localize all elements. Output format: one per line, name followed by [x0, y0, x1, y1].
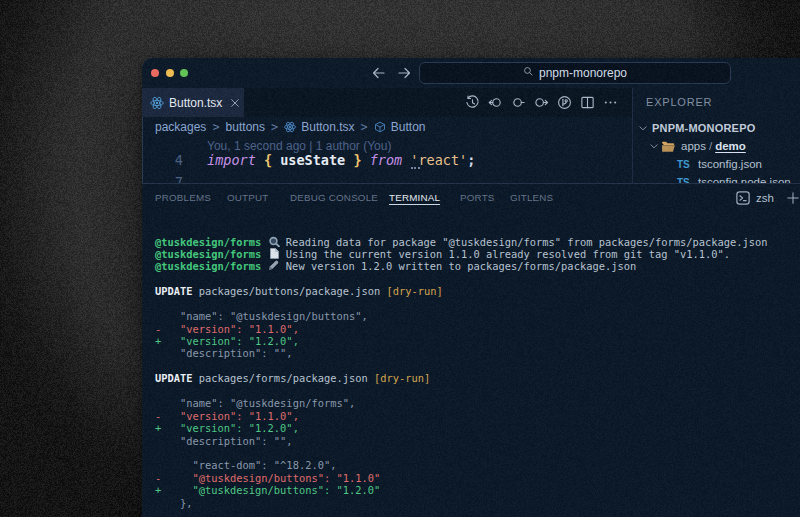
editor-column: Button.tsx packages>buttons>Button.tsx>B…: [142, 88, 632, 183]
panel-tab-terminal[interactable]: TERMINAL: [389, 192, 440, 203]
circle-arrow-right-icon[interactable]: [533, 95, 549, 111]
terminal-text: + "version": "1.2.0",: [155, 422, 299, 434]
terminal-line: - "version": "1.1.0",: [155, 410, 800, 422]
terminal-tab-zsh[interactable]: zsh: [736, 184, 800, 212]
breadcrumb-separator: >: [361, 120, 368, 134]
terminal-icon: [736, 191, 750, 205]
breadcrumb[interactable]: packages>buttons>Button.tsx>Button: [155, 117, 625, 137]
forward-arrow-icon[interactable]: [396, 65, 412, 81]
terminal-text: Reading data for package "@tuskdesign/fo…: [280, 236, 768, 248]
sidebar-item-root[interactable]: PNPM-MONOREPO: [633, 119, 800, 137]
circle-branch-icon[interactable]: [556, 95, 572, 111]
traffic-light-minimize[interactable]: [166, 69, 174, 77]
code-token: {: [264, 152, 272, 168]
react-icon: [150, 96, 164, 110]
traffic-light-close[interactable]: [151, 69, 159, 77]
terminal-text: @tuskdesign/forms: [155, 248, 268, 260]
code-token: [362, 152, 370, 168]
breadcrumb-item[interactable]: Button.tsx: [284, 120, 354, 134]
close-icon[interactable]: [229, 97, 241, 109]
panel-tab-output[interactable]: OUTPUT: [227, 192, 268, 203]
terminal-text: + "@tuskdesign/buttons": "1.2.0": [155, 484, 380, 496]
breadcrumb-separator: >: [212, 120, 219, 134]
bottom-panel: PROBLEMSOUTPUTDEBUG CONSOLETERMINALPORTS…: [142, 183, 800, 517]
code-editor[interactable]: You, 1 second ago | 1 author (You) 4 imp…: [142, 137, 632, 183]
terminal-text: packages/forms/package.json: [193, 372, 374, 384]
explorer-header: EXPLORER: [646, 96, 712, 108]
history-icon[interactable]: [464, 95, 480, 111]
back-arrow-icon[interactable]: [371, 65, 387, 81]
desktop-background: pnpm-monorepo Button.tsx packages>button…: [0, 0, 800, 517]
panel-tab-debug-console[interactable]: DEBUG CONSOLE: [290, 192, 378, 203]
sidebar-item-tsconfig[interactable]: TS tsconfig.json: [633, 155, 800, 173]
terminal-line: [155, 360, 800, 372]
terminal-line: UPDATE packages/forms/package.json [dry-…: [155, 372, 800, 384]
terminal-text: UPDATE: [155, 372, 193, 384]
breadcrumb-item[interactable]: packages: [155, 120, 206, 134]
terminal-line: + "version": "1.2.0",: [155, 422, 800, 434]
code-line-row: 4 import { useState } from 'react';: [142, 151, 632, 169]
cube-icon: [374, 121, 387, 134]
chevron-down-icon: [638, 123, 648, 133]
shell-label: zsh: [756, 192, 774, 204]
sidebar-item-apps-demo[interactable]: apps/demo: [633, 137, 800, 155]
code-token: [272, 152, 280, 168]
terminal-text: "name": "@tuskdesign/forms",: [155, 397, 355, 409]
titlebar[interactable]: pnpm-monorepo: [142, 58, 800, 88]
panel-tab-problems[interactable]: PROBLEMS: [155, 192, 211, 203]
circle-arrow-left-icon[interactable]: [487, 95, 503, 111]
circle-dash-icon[interactable]: [510, 95, 526, 111]
code-line: import { useState } from 'react';: [207, 151, 475, 169]
terminal-line: @tuskdesign/forms Using the current vers…: [155, 248, 800, 260]
terminal-line: },: [155, 497, 800, 509]
terminal-output[interactable]: @tuskdesign/forms Reading data for packa…: [155, 212, 800, 517]
terminal-text: @tuskdesign/forms: [155, 236, 268, 248]
terminal-text: Using the current version 1.1.0 already …: [280, 248, 730, 260]
panel-tabs: PROBLEMSOUTPUTDEBUG CONSOLETERMINALPORTS…: [142, 184, 800, 212]
terminal-text: UPDATE: [155, 285, 193, 297]
ts-file-icon: TS: [677, 158, 691, 170]
terminal-text: packages/buttons/package.json: [193, 285, 387, 297]
terminal-text: [dry-run]: [374, 372, 430, 384]
terminal-line: [155, 385, 800, 397]
folder-icon: [661, 140, 676, 153]
terminal-line: - "@tuskdesign/buttons": "1.1.0": [155, 472, 800, 484]
terminal-text: [dry-run]: [386, 285, 442, 297]
explorer-sidebar: EXPLORER PNPM-MONOREPO apps/demo TS tsco…: [632, 88, 800, 183]
command-center-search[interactable]: pnpm-monorepo: [419, 62, 731, 84]
panel-tab-ports[interactable]: PORTS: [460, 192, 495, 203]
terminal-line: "description": "",: [155, 435, 800, 447]
tab-button-tsx[interactable]: Button.tsx: [142, 88, 244, 117]
split-icon[interactable]: [579, 95, 595, 111]
emoji-pencil-icon: [268, 260, 280, 271]
line-number: 4: [142, 151, 183, 169]
code-token: useState: [280, 152, 345, 168]
panel-tab-gitlens[interactable]: GITLENS: [510, 192, 553, 203]
terminal-line: "description": "",: [155, 347, 800, 359]
terminal-line: @tuskdesign/forms New version 1.2.0 writ…: [155, 260, 800, 272]
terminal-text: },: [155, 497, 193, 509]
apps-separator: /: [706, 140, 715, 152]
chevron-down-icon: [649, 141, 659, 151]
terminal-line: [155, 298, 800, 310]
breadcrumb-item[interactable]: Button: [374, 120, 426, 134]
breadcrumb-item[interactable]: buttons: [226, 120, 265, 134]
terminal-text: New version 1.2.0 written to packages/fo…: [280, 260, 637, 272]
editor-actions: [464, 88, 618, 117]
new-terminal-icon[interactable]: [786, 191, 800, 205]
terminal-text: - "version": "1.1.0",: [155, 410, 299, 422]
terminal-line: [155, 447, 800, 459]
search-icon: [523, 66, 534, 80]
demo-label: demo: [715, 140, 746, 152]
terminal-text: "react-dom": "^18.2.0",: [155, 459, 336, 471]
vscode-window: pnpm-monorepo Button.tsx packages>button…: [142, 58, 800, 517]
terminal-line: "react-dom": "^18.2.0",: [155, 459, 800, 471]
terminal-text: - "@tuskdesign/buttons": "1.1.0": [155, 472, 380, 484]
code-token: ;: [467, 152, 475, 168]
tab-strip: Button.tsx: [142, 88, 632, 117]
code-token: }: [353, 152, 361, 168]
terminal-line: - "version": "1.1.0",: [155, 323, 800, 335]
code-line-row-partial: 7: [142, 173, 632, 183]
traffic-light-zoom[interactable]: [180, 69, 188, 77]
ellipsis-icon[interactable]: [602, 95, 618, 111]
